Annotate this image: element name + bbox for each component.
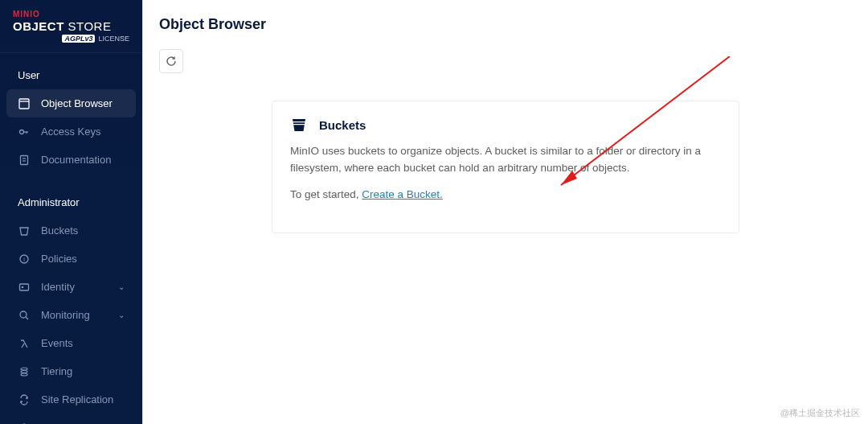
brand-logo: MINIO OBJECT STORE AGPLv3LICENSE [0, 0, 142, 53]
sidebar-item-monitoring[interactable]: Monitoring ⌄ [0, 301, 142, 329]
nav-section-title-user: User [0, 60, 142, 89]
sidebar-item-label: Documentation [41, 154, 111, 166]
card-description: MinIO uses buckets to organize objects. … [290, 143, 721, 177]
chevron-down-icon: ⌄ [118, 282, 125, 291]
tiering-icon [18, 365, 30, 377]
sidebar-item-label: Object Browser [41, 97, 113, 109]
svg-point-15 [21, 370, 27, 373]
svg-text:i: i [23, 257, 25, 262]
svg-point-2 [19, 130, 23, 134]
svg-rect-0 [19, 99, 29, 109]
watermark: @稀土掘金技术社区 [780, 407, 860, 419]
sidebar: MINIO OBJECT STORE AGPLv3LICENSE User Ob… [0, 0, 142, 424]
identity-icon [18, 281, 30, 293]
svg-point-14 [21, 368, 27, 370]
card-title: Buckets [319, 118, 366, 132]
sidebar-item-events[interactable]: Events [0, 329, 142, 357]
sidebar-item-label: Events [41, 337, 73, 349]
refresh-icon [166, 56, 177, 67]
sidebar-item-label: Policies [41, 253, 77, 265]
svg-point-12 [20, 311, 27, 318]
shield-icon: i [18, 253, 30, 265]
card-cta: To get started, Create a Bucket. [290, 187, 721, 204]
sidebar-item-object-browser[interactable]: Object Browser [6, 89, 136, 117]
page-header: Object Browser [143, 0, 868, 44]
refresh-button[interactable] [159, 49, 183, 73]
svg-rect-18 [293, 121, 305, 122]
page-title: Object Browser [159, 16, 852, 33]
sidebar-item-documentation[interactable]: Documentation [0, 146, 142, 174]
nav-user-section: User Object Browser Access Keys Document… [0, 53, 142, 180]
svg-rect-10 [19, 284, 28, 290]
sidebar-item-label: Tiering [41, 365, 72, 377]
chevron-down-icon: ⌄ [118, 311, 125, 319]
key-icon [18, 126, 30, 138]
nav-admin-section: Administrator Buckets i Policies Identit… [0, 180, 142, 424]
svg-point-16 [21, 373, 27, 376]
sidebar-item-label: Identity [41, 281, 75, 293]
sidebar-item-tiering[interactable]: Tiering [0, 357, 142, 385]
svg-rect-19 [293, 124, 305, 125]
sidebar-item-access-keys[interactable]: Access Keys [0, 117, 142, 146]
bucket-icon [290, 116, 308, 134]
sidebar-item-identity[interactable]: Identity ⌄ [0, 273, 142, 301]
sidebar-item-label: Access Keys [41, 126, 100, 138]
sidebar-item-buckets[interactable]: Buckets [0, 216, 142, 245]
svg-line-13 [26, 317, 28, 319]
lambda-icon [18, 337, 30, 349]
sidebar-item-site-replication[interactable]: Site Replication [0, 385, 142, 414]
document-icon [18, 154, 30, 166]
sidebar-item-label: Site Replication [41, 393, 113, 405]
svg-rect-5 [20, 155, 27, 164]
create-bucket-link[interactable]: Create a Bucket. [362, 188, 443, 200]
sidebar-item-settings[interactable]: Settings [0, 414, 142, 424]
monitoring-icon [18, 309, 30, 321]
empty-state-card: Buckets MinIO uses buckets to organize o… [272, 101, 739, 233]
replication-icon [18, 393, 30, 405]
browser-icon [18, 97, 30, 109]
bucket-icon [18, 224, 30, 237]
sidebar-item-policies[interactable]: i Policies [0, 245, 142, 273]
sidebar-item-label: Buckets [41, 224, 78, 237]
sidebar-item-label: Monitoring [41, 309, 90, 321]
svg-point-11 [21, 286, 23, 288]
main-content: Object Browser Buckets MinIO uses bucket… [142, 0, 868, 424]
nav-section-title-admin: Administrator [0, 187, 142, 216]
